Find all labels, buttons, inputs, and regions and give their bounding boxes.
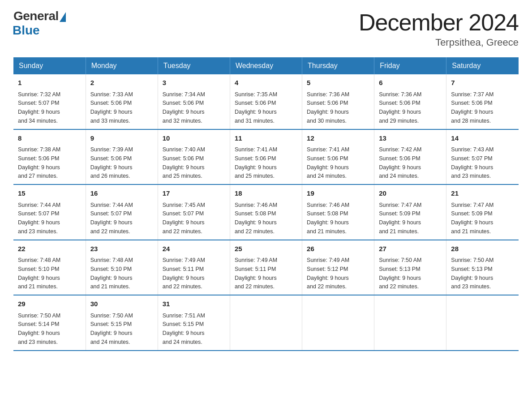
calendar-cell: 6 Sunrise: 7:36 AMSunset: 5:06 PMDayligh… bbox=[374, 74, 446, 129]
calendar-week-row: 29 Sunrise: 7:50 AMSunset: 5:14 PMDaylig… bbox=[13, 295, 519, 351]
calendar-cell bbox=[446, 295, 519, 351]
calendar-week-row: 1 Sunrise: 7:32 AMSunset: 5:07 PMDayligh… bbox=[13, 74, 519, 129]
day-number: 16 bbox=[90, 188, 153, 199]
day-number: 30 bbox=[90, 299, 153, 309]
header-thursday: Thursday bbox=[302, 57, 374, 74]
calendar-cell: 12 Sunrise: 7:41 AMSunset: 5:06 PMDaylig… bbox=[302, 129, 374, 185]
calendar-cell: 3 Sunrise: 7:34 AMSunset: 5:06 PMDayligh… bbox=[158, 74, 230, 129]
day-info: Sunrise: 7:40 AMSunset: 5:06 PMDaylight:… bbox=[163, 146, 205, 179]
day-number: 7 bbox=[451, 78, 514, 88]
calendar-cell bbox=[230, 295, 302, 351]
header-friday: Friday bbox=[374, 57, 446, 74]
day-info: Sunrise: 7:34 AMSunset: 5:06 PMDaylight:… bbox=[163, 91, 205, 124]
calendar-table: Sunday Monday Tuesday Wednesday Thursday… bbox=[13, 57, 519, 351]
calendar-cell: 27 Sunrise: 7:50 AMSunset: 5:13 PMDaylig… bbox=[374, 240, 446, 295]
day-number: 19 bbox=[307, 188, 369, 199]
day-info: Sunrise: 7:46 AMSunset: 5:08 PMDaylight:… bbox=[307, 202, 349, 235]
calendar-cell: 28 Sunrise: 7:50 AMSunset: 5:13 PMDaylig… bbox=[446, 240, 519, 295]
calendar-week-row: 15 Sunrise: 7:44 AMSunset: 5:07 PMDaylig… bbox=[13, 184, 519, 240]
day-info: Sunrise: 7:49 AMSunset: 5:11 PMDaylight:… bbox=[163, 257, 205, 290]
calendar-cell: 10 Sunrise: 7:40 AMSunset: 5:06 PMDaylig… bbox=[158, 129, 230, 185]
day-number: 22 bbox=[18, 244, 81, 254]
calendar-cell: 20 Sunrise: 7:47 AMSunset: 5:09 PMDaylig… bbox=[374, 184, 446, 240]
day-info: Sunrise: 7:43 AMSunset: 5:07 PMDaylight:… bbox=[451, 146, 493, 179]
calendar-cell: 31 Sunrise: 7:51 AMSunset: 5:15 PMDaylig… bbox=[158, 295, 230, 351]
day-number: 3 bbox=[163, 78, 225, 88]
day-number: 6 bbox=[379, 78, 442, 88]
day-number: 5 bbox=[307, 78, 369, 88]
day-number: 25 bbox=[235, 244, 297, 254]
calendar-cell: 22 Sunrise: 7:48 AMSunset: 5:10 PMDaylig… bbox=[13, 240, 86, 295]
logo: General Blue bbox=[13, 9, 66, 38]
calendar-cell: 8 Sunrise: 7:38 AMSunset: 5:06 PMDayligh… bbox=[13, 129, 86, 185]
logo-triangle-icon bbox=[60, 12, 66, 22]
calendar-cell: 13 Sunrise: 7:42 AMSunset: 5:06 PMDaylig… bbox=[374, 129, 446, 185]
day-info: Sunrise: 7:41 AMSunset: 5:06 PMDaylight:… bbox=[307, 146, 349, 179]
calendar-week-row: 22 Sunrise: 7:48 AMSunset: 5:10 PMDaylig… bbox=[13, 240, 519, 295]
day-info: Sunrise: 7:51 AMSunset: 5:15 PMDaylight:… bbox=[163, 313, 205, 345]
day-info: Sunrise: 7:37 AMSunset: 5:06 PMDaylight:… bbox=[451, 91, 493, 124]
day-number: 12 bbox=[307, 133, 369, 144]
calendar-cell: 21 Sunrise: 7:47 AMSunset: 5:09 PMDaylig… bbox=[446, 184, 519, 240]
day-info: Sunrise: 7:47 AMSunset: 5:09 PMDaylight:… bbox=[379, 202, 421, 235]
day-number: 20 bbox=[379, 188, 442, 199]
day-info: Sunrise: 7:44 AMSunset: 5:07 PMDaylight:… bbox=[90, 202, 133, 235]
header-wednesday: Wednesday bbox=[230, 57, 302, 74]
calendar-cell: 18 Sunrise: 7:46 AMSunset: 5:08 PMDaylig… bbox=[230, 184, 302, 240]
day-info: Sunrise: 7:38 AMSunset: 5:06 PMDaylight:… bbox=[18, 146, 60, 179]
calendar-cell: 2 Sunrise: 7:33 AMSunset: 5:06 PMDayligh… bbox=[86, 74, 158, 129]
day-info: Sunrise: 7:47 AMSunset: 5:09 PMDaylight:… bbox=[451, 202, 493, 235]
day-info: Sunrise: 7:48 AMSunset: 5:10 PMDaylight:… bbox=[90, 257, 133, 290]
day-number: 18 bbox=[235, 188, 297, 199]
day-info: Sunrise: 7:48 AMSunset: 5:10 PMDaylight:… bbox=[18, 257, 60, 290]
calendar-cell: 24 Sunrise: 7:49 AMSunset: 5:11 PMDaylig… bbox=[158, 240, 230, 295]
day-number: 14 bbox=[451, 133, 514, 144]
day-info: Sunrise: 7:36 AMSunset: 5:06 PMDaylight:… bbox=[379, 91, 421, 124]
calendar-cell bbox=[374, 295, 446, 351]
day-info: Sunrise: 7:32 AMSunset: 5:07 PMDaylight:… bbox=[18, 91, 60, 124]
day-info: Sunrise: 7:50 AMSunset: 5:13 PMDaylight:… bbox=[379, 257, 421, 290]
calendar-cell: 14 Sunrise: 7:43 AMSunset: 5:07 PMDaylig… bbox=[446, 129, 519, 185]
logo-blue-text: Blue bbox=[13, 23, 40, 38]
day-number: 1 bbox=[18, 78, 81, 88]
calendar-cell: 23 Sunrise: 7:48 AMSunset: 5:10 PMDaylig… bbox=[86, 240, 158, 295]
calendar-cell: 19 Sunrise: 7:46 AMSunset: 5:08 PMDaylig… bbox=[302, 184, 374, 240]
calendar-cell: 17 Sunrise: 7:45 AMSunset: 5:07 PMDaylig… bbox=[158, 184, 230, 240]
calendar-cell: 30 Sunrise: 7:50 AMSunset: 5:15 PMDaylig… bbox=[86, 295, 158, 351]
calendar-cell: 25 Sunrise: 7:49 AMSunset: 5:11 PMDaylig… bbox=[230, 240, 302, 295]
location: Terpsithea, Greece bbox=[359, 37, 519, 48]
day-info: Sunrise: 7:33 AMSunset: 5:06 PMDaylight:… bbox=[90, 91, 133, 124]
calendar-cell: 16 Sunrise: 7:44 AMSunset: 5:07 PMDaylig… bbox=[86, 184, 158, 240]
day-number: 10 bbox=[163, 133, 225, 144]
day-number: 11 bbox=[235, 133, 297, 144]
day-number: 8 bbox=[18, 133, 81, 144]
day-info: Sunrise: 7:44 AMSunset: 5:07 PMDaylight:… bbox=[18, 202, 60, 235]
calendar-cell: 9 Sunrise: 7:39 AMSunset: 5:06 PMDayligh… bbox=[86, 129, 158, 185]
day-number: 31 bbox=[163, 299, 225, 309]
calendar-cell: 4 Sunrise: 7:35 AMSunset: 5:06 PMDayligh… bbox=[230, 74, 302, 129]
day-info: Sunrise: 7:35 AMSunset: 5:06 PMDaylight:… bbox=[235, 91, 277, 124]
day-number: 9 bbox=[90, 133, 153, 144]
calendar-cell: 1 Sunrise: 7:32 AMSunset: 5:07 PMDayligh… bbox=[13, 74, 86, 129]
day-info: Sunrise: 7:41 AMSunset: 5:06 PMDaylight:… bbox=[235, 146, 277, 179]
day-info: Sunrise: 7:49 AMSunset: 5:11 PMDaylight:… bbox=[235, 257, 277, 290]
day-info: Sunrise: 7:50 AMSunset: 5:13 PMDaylight:… bbox=[451, 257, 493, 290]
day-info: Sunrise: 7:36 AMSunset: 5:06 PMDaylight:… bbox=[307, 91, 349, 124]
day-info: Sunrise: 7:39 AMSunset: 5:06 PMDaylight:… bbox=[90, 146, 133, 179]
day-info: Sunrise: 7:50 AMSunset: 5:14 PMDaylight:… bbox=[18, 313, 60, 345]
day-info: Sunrise: 7:42 AMSunset: 5:06 PMDaylight:… bbox=[379, 146, 421, 179]
page-header: General Blue December 2024 Terpsithea, G… bbox=[13, 9, 519, 48]
day-number: 23 bbox=[90, 244, 153, 254]
logo-general-text: General bbox=[13, 9, 59, 23]
title-section: December 2024 Terpsithea, Greece bbox=[359, 9, 519, 48]
day-info: Sunrise: 7:46 AMSunset: 5:08 PMDaylight:… bbox=[235, 202, 277, 235]
header-tuesday: Tuesday bbox=[158, 57, 230, 74]
day-number: 26 bbox=[307, 244, 369, 254]
day-number: 21 bbox=[451, 188, 514, 199]
header-monday: Monday bbox=[86, 57, 158, 74]
day-number: 17 bbox=[163, 188, 225, 199]
calendar-cell: 7 Sunrise: 7:37 AMSunset: 5:06 PMDayligh… bbox=[446, 74, 519, 129]
day-number: 28 bbox=[451, 244, 514, 254]
day-number: 4 bbox=[235, 78, 297, 88]
calendar-cell bbox=[302, 295, 374, 351]
